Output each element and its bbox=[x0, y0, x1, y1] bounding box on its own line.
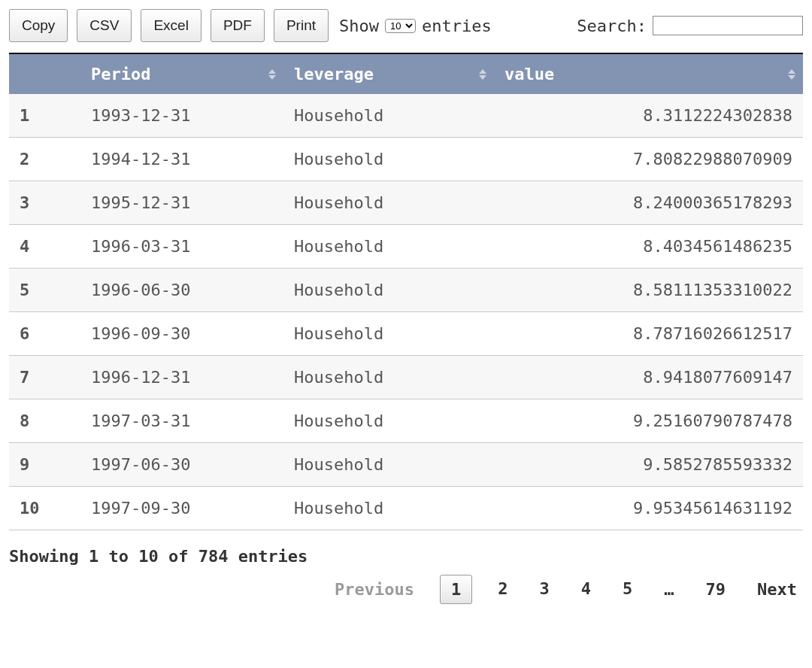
paginate-page[interactable]: 2 bbox=[492, 575, 514, 604]
datatable-toolbar: Copy CSV Excel PDF Print Show 10 entries… bbox=[9, 9, 803, 42]
cell-value: 8.24000365178293 bbox=[494, 181, 803, 225]
paginate-page[interactable]: 4 bbox=[575, 575, 597, 604]
pagination: Previous 12345 … 79 Next bbox=[9, 575, 803, 604]
table-row: 81997-03-31Household9.25160790787478 bbox=[9, 399, 803, 443]
cell-value: 7.80822988070909 bbox=[494, 138, 803, 181]
paginate-page-last[interactable]: 79 bbox=[700, 575, 732, 603]
table-row: 91997-06-30Household9.5852785593332 bbox=[9, 443, 803, 487]
search-control: Search: bbox=[577, 16, 803, 35]
cell-index: 9 bbox=[9, 443, 80, 487]
export-button-group: Copy CSV Excel PDF Print bbox=[9, 9, 329, 42]
cell-period: 1996-09-30 bbox=[80, 312, 283, 356]
cell-index: 10 bbox=[9, 487, 80, 530]
cell-value: 8.9418077609147 bbox=[494, 356, 803, 399]
table-row: 101997-09-30Household9.95345614631192 bbox=[9, 487, 803, 530]
cell-leverage: Household bbox=[283, 443, 494, 487]
cell-value: 9.5852785593332 bbox=[494, 443, 803, 487]
cell-period: 1996-12-31 bbox=[80, 356, 283, 399]
page-length-select[interactable]: 10 bbox=[385, 19, 416, 33]
table-row: 31995-12-31Household8.24000365178293 bbox=[9, 181, 803, 225]
cell-period: 1994-12-31 bbox=[80, 138, 283, 181]
search-input[interactable] bbox=[653, 16, 803, 35]
cell-index: 5 bbox=[9, 269, 80, 312]
cell-value: 8.78716026612517 bbox=[494, 312, 803, 356]
print-button[interactable]: Print bbox=[274, 9, 329, 42]
cell-index: 8 bbox=[9, 399, 80, 443]
page-length-control: Show 10 entries bbox=[339, 17, 492, 35]
sort-icon bbox=[268, 69, 276, 80]
cell-leverage: Household bbox=[283, 138, 494, 181]
cell-value: 9.95345614631192 bbox=[494, 487, 803, 530]
column-header-label: value bbox=[504, 65, 554, 84]
cell-period: 1995-12-31 bbox=[80, 181, 283, 225]
cell-leverage: Household bbox=[283, 356, 494, 399]
sort-icon bbox=[788, 69, 795, 80]
search-label: Search: bbox=[577, 17, 647, 35]
entries-label: entries bbox=[422, 17, 492, 35]
cell-period: 1997-09-30 bbox=[80, 487, 283, 530]
cell-leverage: Household bbox=[283, 399, 494, 443]
paginate-page[interactable]: 1 bbox=[440, 575, 472, 604]
table-row: 71996-12-31Household8.9418077609147 bbox=[9, 356, 803, 399]
paginate-page[interactable]: 5 bbox=[617, 575, 638, 604]
cell-index: 4 bbox=[9, 225, 80, 269]
paginate-next[interactable]: Next bbox=[751, 575, 803, 603]
copy-button[interactable]: Copy bbox=[9, 9, 68, 42]
table-body: 11993-12-31Household8.311222430283821994… bbox=[9, 94, 803, 530]
table-header-row: Period leverage value bbox=[9, 53, 803, 94]
cell-value: 8.4034561486235 bbox=[494, 225, 803, 269]
paginate-ellipsis: … bbox=[658, 575, 680, 603]
show-label: Show bbox=[339, 17, 379, 35]
sort-icon bbox=[479, 69, 486, 80]
table-row: 61996-09-30Household8.78716026612517 bbox=[9, 312, 803, 356]
column-header-value[interactable]: value bbox=[494, 53, 803, 94]
cell-period: 1993-12-31 bbox=[80, 94, 283, 138]
cell-value: 9.25160790787478 bbox=[494, 399, 803, 443]
pdf-button[interactable]: PDF bbox=[211, 9, 265, 42]
table-row: 21994-12-31Household7.80822988070909 bbox=[9, 138, 803, 181]
table-row: 51996-06-30Household8.58111353310022 bbox=[9, 269, 803, 312]
paginate-previous[interactable]: Previous bbox=[329, 575, 420, 603]
cell-index: 3 bbox=[9, 181, 80, 225]
column-header-leverage[interactable]: leverage bbox=[283, 53, 494, 94]
excel-button[interactable]: Excel bbox=[141, 9, 201, 42]
cell-leverage: Household bbox=[283, 269, 494, 312]
cell-leverage: Household bbox=[283, 487, 494, 530]
cell-index: 7 bbox=[9, 356, 80, 399]
cell-period: 1997-06-30 bbox=[80, 443, 283, 487]
cell-leverage: Household bbox=[283, 225, 494, 269]
column-header-label: leverage bbox=[294, 65, 374, 84]
csv-button[interactable]: CSV bbox=[77, 9, 132, 42]
column-header-index[interactable] bbox=[9, 53, 80, 94]
cell-index: 2 bbox=[9, 138, 80, 181]
cell-period: 1996-03-31 bbox=[80, 225, 283, 269]
cell-leverage: Household bbox=[283, 94, 494, 138]
table-row: 11993-12-31Household8.3112224302838 bbox=[9, 94, 803, 138]
cell-leverage: Household bbox=[283, 312, 494, 356]
column-header-period[interactable]: Period bbox=[80, 53, 283, 94]
table-row: 41996-03-31Household8.4034561486235 bbox=[9, 225, 803, 269]
cell-period: 1996-06-30 bbox=[80, 269, 283, 312]
cell-leverage: Household bbox=[283, 181, 494, 225]
data-table: Period leverage value 11993-12-31Househo… bbox=[9, 53, 803, 530]
column-header-label: Period bbox=[91, 65, 150, 84]
cell-period: 1997-03-31 bbox=[80, 399, 283, 443]
cell-value: 8.3112224302838 bbox=[494, 94, 803, 138]
cell-index: 6 bbox=[9, 312, 80, 356]
table-info: Showing 1 to 10 of 784 entries bbox=[9, 547, 803, 566]
cell-value: 8.58111353310022 bbox=[494, 269, 803, 312]
table-footer: Showing 1 to 10 of 784 entries Previous … bbox=[9, 547, 803, 604]
paginate-page[interactable]: 3 bbox=[534, 575, 556, 604]
cell-index: 1 bbox=[9, 94, 80, 138]
